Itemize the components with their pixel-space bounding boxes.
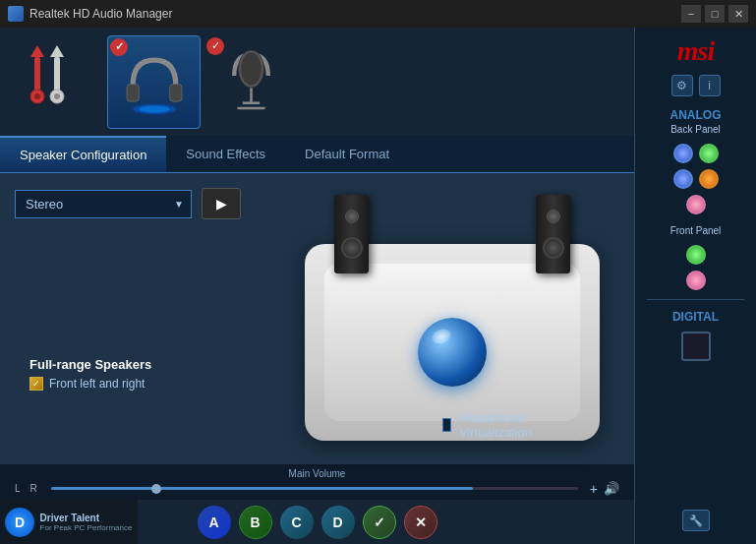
stereo-dropdown-wrapper: Stereo Quadraphonic 5.1 Speaker 7.1 Spea…: [15, 190, 192, 218]
rca-device-item[interactable]: [10, 35, 103, 129]
app-title: Realtek HD Audio Manager: [29, 7, 172, 21]
back-jack-blue-2[interactable]: [673, 169, 693, 189]
svg-marker-0: [30, 45, 44, 57]
headphone-virtualization-row: Headphone Virtualization: [442, 410, 541, 440]
button-b-label: B: [250, 514, 260, 530]
button-d-label: D: [332, 514, 342, 530]
volume-bar-section: Main Volume L R + 🔊: [0, 464, 634, 500]
speaker-tower-right-body: [536, 195, 570, 273]
back-jack-pink[interactable]: [686, 195, 706, 214]
tab-bar: Speaker Configuration Sound Effects Defa…: [0, 136, 634, 173]
front-jack-pink[interactable]: [686, 271, 706, 290]
volume-plus-icon: +: [590, 481, 598, 497]
tweeter-left: [345, 210, 359, 223]
right-panel-icon-row: ⚙ i: [671, 75, 721, 96]
volume-fill: [51, 487, 473, 490]
analog-section-label: ANALOG: [670, 108, 722, 122]
vol-right-label: R: [30, 483, 37, 494]
device-row: ✓ ✓: [0, 28, 634, 136]
speaker-visualization: Headphone Virtualization: [305, 234, 600, 450]
back-jack-orange[interactable]: [699, 169, 719, 189]
volume-wrapper: Main Volume L R + 🔊: [15, 468, 619, 497]
svg-point-5: [34, 93, 40, 99]
bottom-button-row: D Driver Talent For Peak PC Performance …: [0, 500, 634, 544]
digital-port[interactable]: [681, 332, 711, 361]
button-x-label: ✕: [415, 514, 427, 530]
speaker-tower-left-body: [334, 195, 369, 273]
svg-rect-9: [169, 85, 181, 102]
headphone-device-item[interactable]: ✓: [107, 35, 201, 129]
title-bar: Realtek HD Audio Manager − □ ✕: [0, 0, 756, 28]
settings-gear-button[interactable]: ⚙: [671, 75, 693, 96]
volume-track[interactable]: [51, 487, 578, 490]
play-test-button[interactable]: ▶: [202, 188, 241, 219]
back-jack-row-1: [673, 144, 719, 163]
right-panel: msi ⚙ i ANALOG Back Panel Front Panel: [634, 28, 756, 544]
headphone-check-mark: ✓: [110, 38, 128, 56]
tweeter-right: [547, 210, 560, 223]
back-jack-row-3: [686, 195, 706, 214]
full-range-section: Full-range Speakers Front left and right: [15, 234, 275, 450]
main-container: ✓ ✓: [0, 28, 756, 544]
front-left-right-label: Front left and right: [49, 377, 145, 391]
svg-rect-3: [54, 57, 60, 91]
speaker-config-dropdown[interactable]: Stereo Quadraphonic 5.1 Speaker 7.1 Spea…: [15, 190, 192, 218]
right-settings-button[interactable]: 🔧: [682, 510, 710, 531]
mic-icon: [224, 50, 278, 114]
back-jack-green[interactable]: [699, 144, 719, 163]
svg-point-7: [54, 93, 60, 99]
front-left-right-row: Front left and right: [29, 377, 151, 391]
tab-sound-effects[interactable]: Sound Effects: [166, 136, 285, 172]
front-jack-green[interactable]: [686, 245, 706, 265]
back-panel-label: Back Panel: [670, 124, 721, 135]
button-d[interactable]: D: [321, 506, 355, 539]
info-button[interactable]: i: [699, 75, 721, 96]
svg-point-11: [139, 106, 170, 113]
full-range-heading: Full-range Speakers: [29, 357, 151, 372]
front-panel-label: Front Panel: [670, 225, 722, 236]
rca-icon: [23, 45, 91, 119]
front-jack-row-1: [686, 245, 706, 265]
speaker-tower-right[interactable]: [536, 195, 570, 273]
volume-thumb[interactable]: [151, 484, 161, 494]
volume-speaker-icon: 🔊: [604, 481, 619, 496]
back-jack-row-2: [673, 169, 719, 189]
svg-point-14: [241, 52, 262, 85]
svg-rect-8: [127, 85, 139, 102]
watermark-subtitle: For Peak PC Performance: [40, 523, 133, 532]
button-b[interactable]: B: [239, 506, 272, 539]
front-jack-row-2: [686, 271, 706, 290]
listener-sphere: [418, 318, 487, 387]
main-volume-label: Main Volume: [15, 468, 619, 479]
button-c[interactable]: C: [280, 506, 314, 539]
minimize-button[interactable]: −: [681, 5, 701, 23]
close-button[interactable]: ✕: [728, 5, 748, 23]
headphone-icon: [120, 47, 189, 116]
watermark-text-block: Driver Talent For Peak PC Performance: [40, 513, 133, 532]
front-left-right-checkbox[interactable]: [29, 377, 43, 391]
watermark-title: Driver Talent: [40, 513, 133, 523]
svg-rect-2: [34, 57, 40, 91]
app-icon: [8, 6, 24, 22]
tab-speaker-configuration[interactable]: Speaker Configuration: [0, 136, 166, 172]
mic-check-mark: ✓: [206, 37, 224, 55]
maximize-button[interactable]: □: [705, 5, 725, 23]
title-bar-controls: − □ ✕: [681, 5, 748, 23]
button-a[interactable]: A: [198, 506, 231, 539]
button-x[interactable]: ✕: [404, 506, 437, 539]
woofer-left: [341, 237, 363, 259]
content-area: Stereo Quadraphonic 5.1 Speaker 7.1 Spea…: [0, 173, 634, 464]
button-check[interactable]: ✓: [363, 506, 396, 539]
watermark: D Driver Talent For Peak PC Performance: [0, 500, 138, 544]
button-c-label: C: [291, 514, 301, 530]
driver-talent-icon: D: [5, 508, 34, 537]
headphone-virtualization-checkbox[interactable]: [442, 418, 451, 432]
mic-device-item[interactable]: ✓: [204, 35, 298, 129]
tab-default-format[interactable]: Default Format: [285, 136, 409, 172]
headphone-virtualization-label: Headphone Virtualization: [459, 410, 541, 440]
back-jack-blue-1[interactable]: [673, 144, 693, 163]
dropdown-row: Stereo Quadraphonic 5.1 Speaker 7.1 Spea…: [15, 188, 619, 219]
speaker-tower-left[interactable]: [334, 195, 369, 273]
button-check-label: ✓: [374, 514, 385, 530]
volume-controls-row: L R + 🔊: [15, 481, 619, 497]
